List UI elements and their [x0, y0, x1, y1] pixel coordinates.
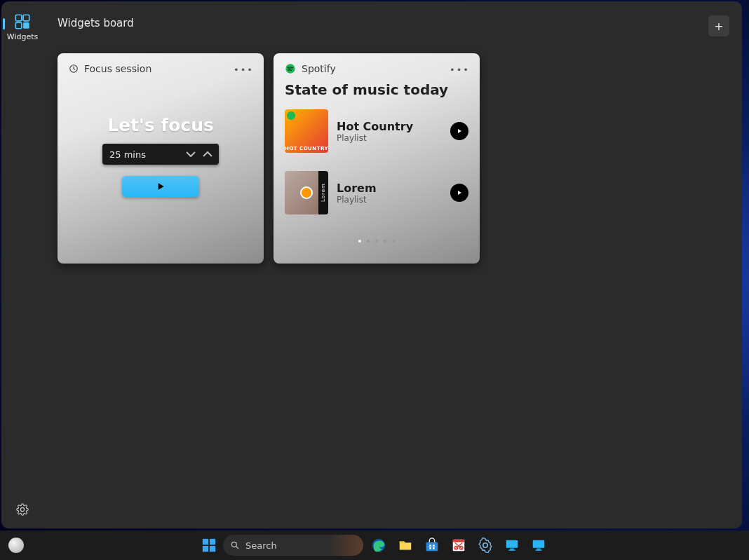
- playlist-art: Lorem: [285, 171, 328, 214]
- playlist-item[interactable]: Hot Country Playlist: [285, 109, 468, 153]
- focus-body: Let's focus 25 mins: [69, 115, 252, 197]
- widget-menu-button[interactable]: •••: [234, 64, 254, 75]
- start-button[interactable]: [199, 535, 219, 555]
- svg-rect-1: [23, 15, 29, 21]
- monitor-icon: [531, 538, 546, 553]
- play-icon: [456, 128, 463, 135]
- search-placeholder: Search: [245, 540, 277, 551]
- taskbar-app-snip[interactable]: [447, 535, 470, 556]
- taskbar-app-settings[interactable]: [474, 535, 497, 556]
- widget-header: Spotify: [285, 63, 468, 74]
- svg-rect-12: [426, 542, 438, 551]
- windows-start-icon: [201, 538, 217, 553]
- sidebar-settings-button[interactable]: [16, 503, 29, 519]
- widget-title-text: Focus session: [84, 63, 151, 74]
- widget-spotify: Spotify ••• State of music today Hot Cou…: [274, 53, 480, 264]
- play-icon: [155, 181, 166, 192]
- play-icon: [456, 189, 463, 196]
- widget-title-text: Spotify: [302, 63, 336, 74]
- album-art-side-text: Lorem: [318, 171, 328, 214]
- taskbar-center: Search: [199, 535, 550, 556]
- svg-rect-9: [210, 546, 215, 552]
- board-title: Widgets board: [58, 17, 729, 29]
- sidebar-item-label: Widgets: [7, 32, 38, 41]
- playlist-info: Lorem Playlist: [337, 182, 442, 205]
- svg-rect-15: [429, 547, 431, 549]
- focus-duration-value: 25 mins: [109, 149, 146, 160]
- taskbar-left: [3, 535, 29, 556]
- folder-icon: [398, 538, 413, 553]
- focus-start-button[interactable]: [122, 176, 199, 197]
- widget-focus-session: Focus session ••• Let's focus 25 mins: [58, 53, 264, 264]
- chevron-down-icon[interactable]: [182, 146, 199, 163]
- playlist-play-button[interactable]: [450, 122, 468, 140]
- carousel-pagination[interactable]: [274, 240, 480, 243]
- playlist-play-button[interactable]: [450, 184, 468, 202]
- svg-rect-16: [433, 547, 435, 549]
- spotify-icon: [285, 63, 296, 74]
- svg-rect-7: [210, 539, 215, 545]
- widget-header: Focus session: [69, 63, 252, 74]
- page-dot[interactable]: [367, 240, 370, 243]
- taskbar-weather-widget[interactable]: [3, 535, 29, 556]
- taskbar: Search: [0, 531, 749, 560]
- page-dot[interactable]: [384, 240, 386, 243]
- taskbar-app-explorer[interactable]: [394, 535, 417, 556]
- monitor-icon: [504, 538, 520, 553]
- widgets-main-area: Widgets board + Focus session ••• Let's …: [43, 1, 742, 528]
- spotify-badge-icon: [287, 111, 295, 120]
- search-icon: [230, 540, 240, 550]
- svg-rect-3: [23, 22, 29, 29]
- widgets-grid-icon: [13, 13, 32, 31]
- search-decoration: [328, 535, 363, 556]
- widget-menu-button[interactable]: •••: [450, 64, 470, 75]
- spotify-heading: State of music today: [285, 81, 468, 98]
- focus-heading: Let's focus: [107, 115, 214, 135]
- widgets-sidebar: Widgets: [1, 1, 43, 528]
- taskbar-app-edge[interactable]: [367, 535, 390, 556]
- svg-rect-26: [535, 549, 541, 550]
- snip-icon: [451, 538, 466, 553]
- svg-rect-25: [537, 549, 541, 550]
- svg-rect-13: [429, 545, 431, 547]
- playlist-art: [285, 109, 328, 153]
- focus-duration-selector[interactable]: 25 mins: [102, 144, 219, 165]
- store-icon: [424, 538, 440, 553]
- weather-moon-icon: [8, 538, 24, 553]
- svg-rect-22: [510, 549, 514, 550]
- edge-icon: [371, 538, 386, 553]
- svg-point-10: [231, 542, 236, 547]
- widgets-panel: Widgets Widgets board + Focus session: [1, 1, 742, 528]
- playlist-item[interactable]: Lorem Lorem Playlist: [285, 171, 468, 214]
- svg-rect-14: [433, 545, 435, 547]
- taskbar-app-store[interactable]: [421, 535, 443, 556]
- sidebar-active-indicator: [3, 18, 5, 29]
- playlist-title: Lorem: [337, 182, 442, 195]
- playlist-subtitle: Playlist: [337, 195, 442, 205]
- taskbar-app-monitor[interactable]: [501, 535, 523, 556]
- playlist-title: Hot Country: [337, 120, 442, 133]
- svg-rect-2: [15, 22, 22, 29]
- page-dot[interactable]: [358, 240, 361, 243]
- page-dot[interactable]: [392, 240, 395, 243]
- svg-rect-6: [203, 539, 208, 545]
- album-art-dot: [302, 188, 311, 198]
- chevron-up-icon[interactable]: [199, 146, 216, 163]
- gear-icon: [478, 538, 493, 553]
- page-dot[interactable]: [375, 240, 378, 243]
- taskbar-app-monitor-2[interactable]: [527, 535, 550, 556]
- svg-rect-0: [15, 15, 22, 21]
- taskbar-search[interactable]: Search: [223, 535, 363, 556]
- sidebar-item-widgets[interactable]: Widgets: [7, 8, 38, 46]
- svg-rect-8: [203, 546, 208, 552]
- clock-icon: [69, 64, 79, 74]
- add-widget-button[interactable]: +: [708, 15, 729, 36]
- svg-rect-24: [533, 540, 545, 548]
- playlist-subtitle: Playlist: [337, 133, 442, 143]
- widgets-row: Focus session ••• Let's focus 25 mins: [58, 53, 729, 264]
- svg-rect-21: [506, 540, 518, 548]
- playlist-info: Hot Country Playlist: [337, 120, 442, 143]
- svg-rect-23: [508, 549, 515, 550]
- gear-icon: [16, 503, 29, 516]
